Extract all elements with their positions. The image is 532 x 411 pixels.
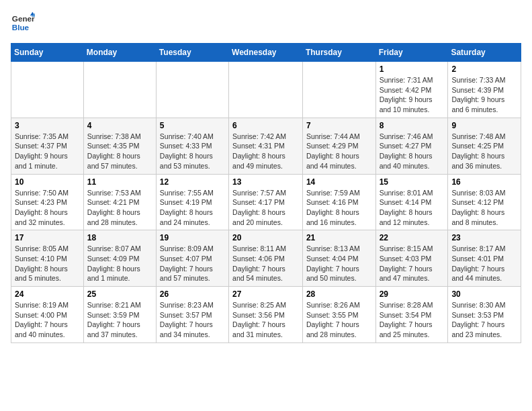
calendar-cell: 19Sunrise: 8:09 AM Sunset: 4:07 PM Dayli…	[156, 230, 228, 287]
day-info: Sunrise: 8:21 AM Sunset: 3:59 PM Dayligh…	[87, 300, 152, 340]
weekday-monday: Monday	[83, 44, 156, 62]
day-number: 24	[15, 289, 80, 299]
calendar-cell: 4Sunrise: 7:38 AM Sunset: 4:35 PM Daylig…	[83, 118, 156, 174]
calendar-week-1: 3Sunrise: 7:35 AM Sunset: 4:37 PM Daylig…	[11, 118, 521, 174]
calendar-table: SundayMondayTuesdayWednesdayThursdayFrid…	[11, 43, 521, 343]
day-number: 1	[380, 64, 445, 74]
day-number: 6	[232, 121, 299, 130]
day-number: 26	[160, 289, 225, 299]
calendar-cell: 1Sunrise: 7:31 AM Sunset: 4:42 PM Daylig…	[375, 62, 448, 118]
day-info: Sunrise: 7:42 AM Sunset: 4:31 PM Dayligh…	[232, 132, 299, 171]
day-number: 16	[451, 177, 517, 187]
calendar-cell: 23Sunrise: 8:17 AM Sunset: 4:01 PM Dayli…	[448, 230, 521, 287]
calendar-cell: 24Sunrise: 8:19 AM Sunset: 4:00 PM Dayli…	[11, 287, 84, 343]
day-info: Sunrise: 7:50 AM Sunset: 4:23 PM Dayligh…	[15, 188, 80, 228]
day-number: 8	[380, 121, 445, 130]
day-info: Sunrise: 8:13 AM Sunset: 4:04 PM Dayligh…	[306, 244, 372, 283]
calendar-header: SundayMondayTuesdayWednesdayThursdayFrid…	[11, 44, 521, 62]
day-info: Sunrise: 7:38 AM Sunset: 4:35 PM Dayligh…	[87, 132, 152, 171]
weekday-tuesday: Tuesday	[156, 44, 228, 62]
day-info: Sunrise: 7:48 AM Sunset: 4:25 PM Dayligh…	[451, 132, 517, 171]
calendar-cell	[11, 62, 84, 118]
day-number: 22	[380, 233, 445, 242]
day-info: Sunrise: 7:35 AM Sunset: 4:37 PM Dayligh…	[15, 132, 80, 171]
calendar-cell: 29Sunrise: 8:28 AM Sunset: 3:54 PM Dayli…	[375, 287, 448, 343]
calendar-week-4: 24Sunrise: 8:19 AM Sunset: 4:00 PM Dayli…	[11, 287, 521, 343]
calendar-cell: 5Sunrise: 7:40 AM Sunset: 4:33 PM Daylig…	[156, 118, 228, 174]
calendar-cell: 8Sunrise: 7:46 AM Sunset: 4:27 PM Daylig…	[375, 118, 448, 174]
day-info: Sunrise: 7:44 AM Sunset: 4:29 PM Dayligh…	[306, 132, 372, 171]
day-info: Sunrise: 7:46 AM Sunset: 4:27 PM Dayligh…	[380, 132, 445, 171]
calendar-cell: 25Sunrise: 8:21 AM Sunset: 3:59 PM Dayli…	[83, 287, 156, 343]
day-number: 25	[87, 289, 152, 299]
day-info: Sunrise: 8:23 AM Sunset: 3:57 PM Dayligh…	[160, 300, 225, 340]
calendar-cell: 3Sunrise: 7:35 AM Sunset: 4:37 PM Daylig…	[11, 118, 84, 174]
calendar-cell: 13Sunrise: 7:57 AM Sunset: 4:17 PM Dayli…	[229, 174, 303, 230]
day-info: Sunrise: 7:53 AM Sunset: 4:21 PM Dayligh…	[87, 188, 152, 228]
weekday-header-row: SundayMondayTuesdayWednesdayThursdayFrid…	[11, 44, 521, 62]
day-info: Sunrise: 8:28 AM Sunset: 3:54 PM Dayligh…	[380, 300, 445, 340]
day-info: Sunrise: 8:09 AM Sunset: 4:07 PM Dayligh…	[160, 244, 225, 283]
calendar-cell: 12Sunrise: 7:55 AM Sunset: 4:19 PM Dayli…	[156, 174, 228, 230]
weekday-sunday: Sunday	[11, 44, 84, 62]
calendar-cell: 6Sunrise: 7:42 AM Sunset: 4:31 PM Daylig…	[229, 118, 303, 174]
calendar-cell: 26Sunrise: 8:23 AM Sunset: 3:57 PM Dayli…	[156, 287, 228, 343]
svg-text:Blue: Blue	[12, 23, 30, 32]
calendar-cell: 17Sunrise: 8:05 AM Sunset: 4:10 PM Dayli…	[11, 230, 84, 287]
day-number: 13	[232, 177, 299, 187]
calendar-cell: 7Sunrise: 7:44 AM Sunset: 4:29 PM Daylig…	[302, 118, 375, 174]
calendar-week-2: 10Sunrise: 7:50 AM Sunset: 4:23 PM Dayli…	[11, 174, 521, 230]
day-number: 23	[451, 233, 517, 242]
weekday-saturday: Saturday	[448, 44, 521, 62]
day-number: 27	[232, 289, 299, 299]
day-info: Sunrise: 8:05 AM Sunset: 4:10 PM Dayligh…	[15, 244, 80, 283]
calendar-week-3: 17Sunrise: 8:05 AM Sunset: 4:10 PM Dayli…	[11, 230, 521, 287]
day-number: 9	[451, 121, 517, 130]
day-info: Sunrise: 8:25 AM Sunset: 3:56 PM Dayligh…	[232, 300, 299, 340]
day-number: 15	[380, 177, 445, 187]
calendar-week-0: 1Sunrise: 7:31 AM Sunset: 4:42 PM Daylig…	[11, 62, 521, 118]
day-number: 2	[451, 64, 517, 74]
day-info: Sunrise: 7:57 AM Sunset: 4:17 PM Dayligh…	[232, 188, 299, 228]
day-number: 29	[380, 289, 445, 299]
calendar-cell: 28Sunrise: 8:26 AM Sunset: 3:55 PM Dayli…	[302, 287, 375, 343]
logo-icon: General Blue	[11, 11, 35, 35]
day-info: Sunrise: 8:26 AM Sunset: 3:55 PM Dayligh…	[306, 300, 372, 340]
day-info: Sunrise: 8:07 AM Sunset: 4:09 PM Dayligh…	[87, 244, 152, 283]
day-number: 4	[87, 121, 152, 130]
calendar-cell: 2Sunrise: 7:33 AM Sunset: 4:39 PM Daylig…	[448, 62, 521, 118]
weekday-wednesday: Wednesday	[229, 44, 303, 62]
day-info: Sunrise: 8:01 AM Sunset: 4:14 PM Dayligh…	[380, 188, 445, 228]
day-info: Sunrise: 8:11 AM Sunset: 4:06 PM Dayligh…	[232, 244, 299, 283]
day-number: 20	[232, 233, 299, 242]
day-number: 21	[306, 233, 372, 242]
calendar-cell: 14Sunrise: 7:59 AM Sunset: 4:16 PM Dayli…	[302, 174, 375, 230]
calendar-cell	[302, 62, 375, 118]
calendar-cell	[156, 62, 228, 118]
day-number: 19	[160, 233, 225, 242]
day-info: Sunrise: 7:40 AM Sunset: 4:33 PM Dayligh…	[160, 132, 225, 171]
day-info: Sunrise: 7:33 AM Sunset: 4:39 PM Dayligh…	[451, 75, 517, 115]
day-number: 18	[87, 233, 152, 242]
day-info: Sunrise: 8:17 AM Sunset: 4:01 PM Dayligh…	[451, 244, 517, 283]
calendar-cell: 11Sunrise: 7:53 AM Sunset: 4:21 PM Dayli…	[83, 174, 156, 230]
day-number: 5	[160, 121, 225, 130]
calendar-cell: 16Sunrise: 8:03 AM Sunset: 4:12 PM Dayli…	[448, 174, 521, 230]
day-number: 7	[306, 121, 372, 130]
day-number: 10	[15, 177, 80, 187]
calendar-cell: 10Sunrise: 7:50 AM Sunset: 4:23 PM Dayli…	[11, 174, 84, 230]
calendar-cell: 9Sunrise: 7:48 AM Sunset: 4:25 PM Daylig…	[448, 118, 521, 174]
day-number: 17	[15, 233, 80, 242]
day-number: 12	[160, 177, 225, 187]
day-info: Sunrise: 7:59 AM Sunset: 4:16 PM Dayligh…	[306, 188, 372, 228]
day-info: Sunrise: 8:30 AM Sunset: 3:53 PM Dayligh…	[451, 300, 517, 340]
calendar-cell: 22Sunrise: 8:15 AM Sunset: 4:03 PM Dayli…	[375, 230, 448, 287]
weekday-thursday: Thursday	[302, 44, 375, 62]
logo: General Blue	[11, 11, 35, 35]
day-number: 30	[451, 289, 517, 299]
day-number: 3	[15, 121, 80, 130]
calendar-body: 1Sunrise: 7:31 AM Sunset: 4:42 PM Daylig…	[11, 62, 521, 343]
calendar-cell: 30Sunrise: 8:30 AM Sunset: 3:53 PM Dayli…	[448, 287, 521, 343]
page-header: General Blue	[11, 11, 521, 35]
calendar-cell	[229, 62, 303, 118]
